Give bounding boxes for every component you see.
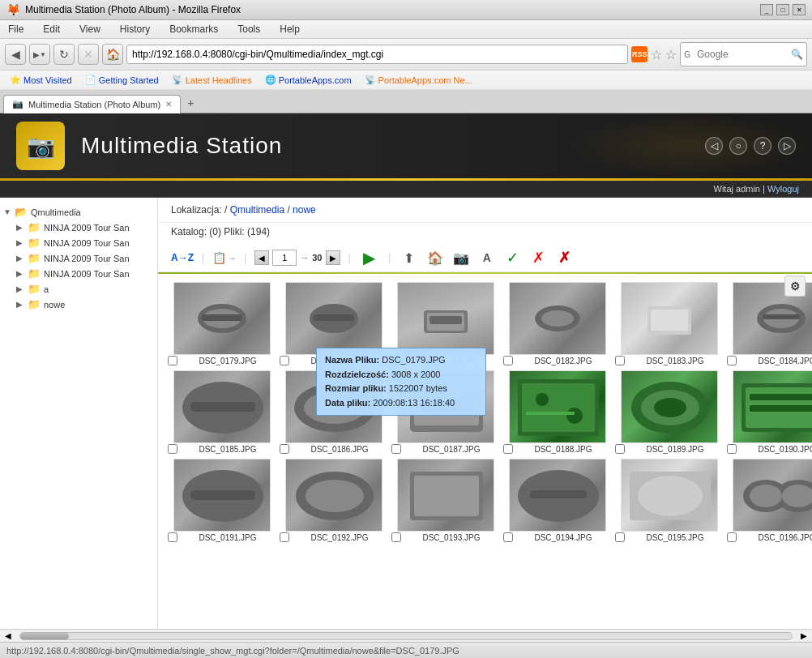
header-btn-2[interactable]: ○ bbox=[729, 137, 747, 155]
url-input[interactable] bbox=[126, 45, 628, 64]
sidebar-item-0[interactable]: ▶ 📁 NINJA 2009 Tour San bbox=[16, 220, 154, 235]
menu-history[interactable]: History bbox=[115, 22, 155, 36]
photo-checkbox-0190[interactable] bbox=[727, 444, 737, 454]
close-btn[interactable]: ✕ bbox=[793, 4, 806, 15]
photo-checkbox-0192[interactable] bbox=[280, 532, 289, 542]
photo-thumb-0190[interactable] bbox=[733, 370, 812, 443]
bookmark-star-icon[interactable]: ☆ bbox=[651, 47, 662, 62]
menu-edit[interactable]: Edit bbox=[38, 22, 65, 36]
photo-item-0188[interactable]: DSC_0188.JPG bbox=[503, 370, 612, 454]
photo-checkbox-0193[interactable] bbox=[391, 532, 401, 542]
bookmark-portableapps-ne[interactable]: 📡 PortableApps.com Ne... bbox=[360, 73, 477, 87]
photo-item-0180[interactable]: DSC_0180.JPG bbox=[280, 282, 388, 365]
photo-checkbox-0180[interactable] bbox=[280, 356, 289, 365]
photo-checkbox-0185[interactable] bbox=[168, 444, 177, 454]
menu-view[interactable]: View bbox=[75, 22, 105, 36]
stop-button[interactable]: ✕ bbox=[78, 44, 99, 65]
sidebar-item-1[interactable]: ▶ 📁 NINJA 2009 Tour San bbox=[16, 235, 154, 250]
photo-thumb-0189[interactable] bbox=[621, 370, 718, 443]
photo-checkbox-0183[interactable] bbox=[615, 356, 625, 365]
photo-checkbox-0179[interactable] bbox=[168, 356, 177, 365]
photo-item-0187[interactable]: DSC_0187.JPG bbox=[391, 370, 500, 454]
photo-item-0181[interactable]: DSC_0181.JPG bbox=[391, 282, 500, 365]
photo-item-0185[interactable]: DSC_0185.JPG bbox=[168, 370, 276, 454]
photo-thumb-0194[interactable] bbox=[509, 459, 606, 532]
bookmark-getting-started[interactable]: 📄 Getting Started bbox=[80, 73, 164, 87]
photo-checkbox-0195[interactable] bbox=[615, 532, 625, 542]
check-all-button[interactable]: ✓ bbox=[502, 247, 524, 268]
photo-item-0189[interactable]: DSC_0189.JPG bbox=[615, 370, 724, 454]
prev-page-button[interactable]: ◀ bbox=[254, 250, 269, 265]
photo-item-0194[interactable]: DSC_0194.JPG bbox=[503, 459, 612, 542]
photo-checkbox-0191[interactable] bbox=[168, 532, 177, 542]
uncheck-button[interactable]: ✗ bbox=[528, 247, 549, 268]
photo-item-0190[interactable]: DSC_0190.JPG bbox=[727, 370, 812, 454]
minimize-btn[interactable]: _ bbox=[760, 4, 773, 15]
photo-item-0186[interactable]: DSC_0186.JPG bbox=[280, 370, 388, 454]
photo-checkbox-0188[interactable] bbox=[503, 444, 513, 454]
settings-button[interactable]: ⚙ bbox=[784, 276, 806, 297]
menu-tools[interactable]: Tools bbox=[233, 22, 265, 36]
photo-checkbox-0189[interactable] bbox=[615, 444, 625, 454]
bookmark-manage-icon[interactable]: ☆ bbox=[665, 47, 677, 62]
photo-thumb-0181[interactable] bbox=[397, 282, 494, 355]
delete-button[interactable]: ✗ bbox=[554, 247, 575, 268]
photo-checkbox-0184[interactable] bbox=[727, 356, 737, 365]
home-nav-button[interactable]: 🏠 bbox=[425, 247, 446, 268]
album-button[interactable]: 📷 bbox=[451, 247, 472, 268]
settings-icon[interactable]: ⚙ bbox=[784, 276, 806, 297]
search-input[interactable] bbox=[692, 45, 789, 64]
menu-bookmarks[interactable]: Bookmarks bbox=[165, 22, 223, 36]
photo-thumb-0182[interactable] bbox=[509, 282, 606, 355]
header-btn-4[interactable]: ▷ bbox=[778, 137, 796, 155]
photo-item-0179[interactable]: DSC_0179.JPG bbox=[168, 282, 276, 365]
photo-thumb-0195[interactable] bbox=[621, 459, 718, 532]
sidebar-item-2[interactable]: ▶ 📁 NINJA 2009 Tour San bbox=[16, 250, 154, 266]
photo-item-0192[interactable]: DSC_0192.JPG bbox=[280, 459, 388, 542]
photo-item-0196[interactable]: DSC_0196.JPG bbox=[727, 459, 812, 542]
photo-thumb-0179[interactable] bbox=[173, 282, 271, 355]
breadcrumb-current[interactable]: nowe bbox=[293, 204, 316, 216]
next-page-button[interactable]: ▶ bbox=[326, 250, 340, 265]
photo-thumb-0191[interactable] bbox=[173, 459, 271, 532]
search-btn[interactable]: 🔍 bbox=[791, 49, 803, 60]
photo-item-0195[interactable]: DSC_0195.JPG bbox=[615, 459, 724, 542]
photo-thumb-0192[interactable] bbox=[285, 459, 382, 532]
photo-checkbox-0186[interactable] bbox=[280, 444, 289, 454]
logout-link[interactable]: Wyloguj bbox=[767, 184, 799, 194]
menu-help[interactable]: Help bbox=[275, 22, 305, 36]
photo-thumb-0193[interactable] bbox=[397, 459, 494, 532]
bookmark-portableapps[interactable]: 🌐 PortableApps.com bbox=[260, 73, 357, 87]
tab-main[interactable]: 📷 Multimedia Station (Photo Album) ✕ bbox=[3, 95, 181, 113]
sidebar-item-3[interactable]: ▶ 📁 NINJA 2009 Tour San bbox=[16, 266, 154, 281]
photo-thumb-0183[interactable] bbox=[621, 282, 718, 355]
tab-close-btn[interactable]: ✕ bbox=[165, 100, 172, 109]
sort-az-button[interactable]: A→Z bbox=[171, 252, 194, 263]
photo-thumb-0187[interactable] bbox=[397, 370, 494, 443]
photo-checkbox-0182[interactable] bbox=[503, 356, 513, 365]
photo-thumb-0188[interactable] bbox=[509, 370, 606, 443]
home-button[interactable]: 🏠 bbox=[102, 44, 123, 65]
header-btn-1[interactable]: ◁ bbox=[705, 137, 723, 155]
font-button[interactable]: A bbox=[477, 247, 498, 268]
maximize-btn[interactable]: □ bbox=[776, 4, 789, 15]
upload-button[interactable]: ⬆ bbox=[399, 247, 420, 268]
header-btn-3[interactable]: ? bbox=[754, 137, 771, 155]
photo-item-0182[interactable]: DSC_0182.JPG bbox=[503, 282, 612, 365]
photo-thumb-0186[interactable] bbox=[285, 370, 382, 443]
reload-button[interactable]: ↻ bbox=[53, 44, 75, 65]
photo-thumb-0196[interactable] bbox=[733, 459, 812, 532]
photo-thumb-0180[interactable] bbox=[285, 282, 382, 355]
bookmark-latest-headlines[interactable]: 📡 Latest Headlines bbox=[167, 73, 257, 87]
page-input[interactable] bbox=[272, 250, 297, 266]
photo-item-0183[interactable]: DSC_0183.JPG bbox=[615, 282, 724, 365]
photo-checkbox-0196[interactable] bbox=[727, 532, 737, 542]
copy-button[interactable]: 📋 → bbox=[212, 251, 236, 264]
rss-icon[interactable]: RSS bbox=[631, 46, 647, 62]
new-tab-button[interactable]: + bbox=[181, 93, 200, 113]
menu-file[interactable]: File bbox=[3, 22, 28, 36]
play-button[interactable]: ▶ bbox=[359, 247, 380, 268]
forward-button[interactable]: ▶▼ bbox=[29, 44, 50, 65]
photo-thumb-0185[interactable] bbox=[173, 370, 271, 443]
sidebar-root[interactable]: ▼ 📂 Qmultimedia bbox=[3, 204, 154, 220]
